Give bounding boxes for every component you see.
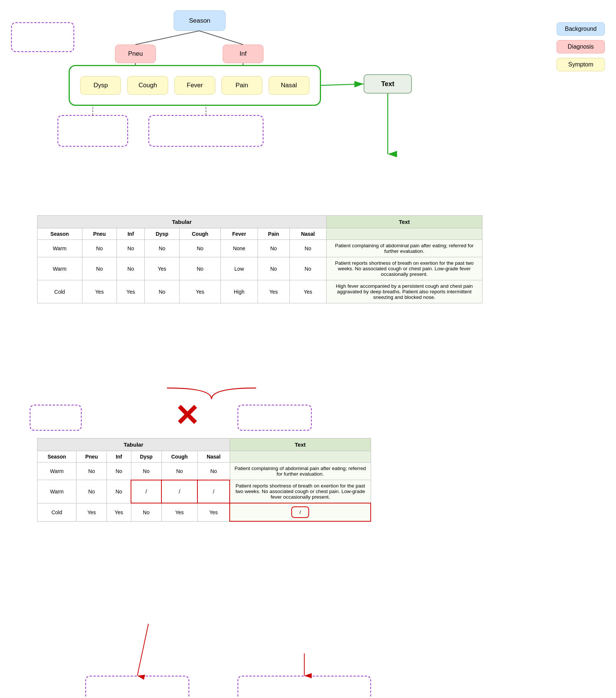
table2-tabular-header: Tabular: [37, 438, 230, 451]
cell-nasal: No: [197, 463, 230, 480]
cell-dysp: No: [131, 463, 161, 480]
table-section-2: Tabular Text Season Pneu Inf Dysp Cough …: [37, 438, 371, 522]
cell-dysp: Yes: [145, 257, 180, 280]
dashed-box-x-right: [237, 405, 312, 431]
table2-subheader: Season Pneu Inf Dysp Cough Nasal: [37, 451, 371, 463]
cell-cough: Yes: [161, 503, 197, 521]
cell-dysp: No: [145, 240, 180, 257]
dashed-box-midcenter: [148, 115, 263, 147]
col-inf: Inf: [117, 228, 145, 240]
table-row: WarmNoNoYesNoLowNoNoPatient reports shor…: [37, 257, 482, 280]
col-nasal: Nasal: [289, 228, 326, 240]
cell-season: Warm: [37, 257, 82, 280]
node-pneu: Pneu: [115, 45, 156, 63]
dashed-box-bottom-left: [85, 676, 189, 698]
node-pain: Pain: [222, 76, 262, 95]
svg-line-0: [135, 31, 199, 45]
cell-text: High fever accompanied by a persistent c…: [327, 280, 482, 303]
cell-inf: No: [117, 240, 145, 257]
cell-nasal: No: [289, 257, 326, 280]
table1-tabular-header: Tabular: [37, 216, 327, 228]
cell-cough: No: [180, 257, 221, 280]
cell-pneu: Yes: [82, 280, 117, 303]
cell-season: Warm: [37, 480, 76, 503]
table-2: Tabular Text Season Pneu Inf Dysp Cough …: [37, 438, 371, 522]
symptoms-group: Dysp Cough Fever Pain Nasal: [69, 65, 321, 106]
cell-pneu: No: [76, 480, 107, 503]
cell-inf: No: [117, 257, 145, 280]
node-inf: Inf: [223, 45, 263, 63]
cell-season: Cold: [37, 280, 82, 303]
node-text-top: Text: [364, 74, 412, 94]
svg-line-4: [321, 84, 364, 85]
table-section-1: Tabular Text Season Pneu Inf Dysp Cough …: [37, 215, 482, 303]
cell-dysp: No: [145, 280, 180, 303]
svg-line-11: [137, 624, 148, 676]
col2-season: Season: [37, 451, 76, 463]
cell-season: Warm: [37, 240, 82, 257]
table-row: ColdYesYesNoYesHighYesYesHigh fever acco…: [37, 280, 482, 303]
dashed-box-bottom-right: [237, 676, 371, 698]
cell-pneu: No: [82, 240, 117, 257]
table2-body: WarmNoNoNoNoNoPatient complaining of abd…: [37, 463, 371, 522]
cell-cough: Yes: [180, 280, 221, 303]
cell-season: Warm: [37, 463, 76, 480]
table-row: WarmNoNo///Patient reports shortness of …: [37, 480, 371, 503]
cell-pain: No: [258, 240, 289, 257]
col2-nasal: Nasal: [197, 451, 230, 463]
node-cough: Cough: [127, 76, 168, 95]
table-1: Tabular Text Season Pneu Inf Dysp Cough …: [37, 215, 482, 303]
cell-cough: No: [180, 240, 221, 257]
table-row: WarmNoNoNoNoNoneNoNoPatient complaining …: [37, 240, 482, 257]
col-dysp: Dysp: [145, 228, 180, 240]
table-row: WarmNoNoNoNoNoPatient complaining of abd…: [37, 463, 371, 480]
cell-nasal: Yes: [197, 503, 230, 521]
col-text: [327, 228, 482, 240]
cell-nasal: No: [289, 240, 326, 257]
col2-inf: Inf: [107, 451, 131, 463]
cell-cough: /: [161, 480, 197, 503]
col-season: Season: [37, 228, 82, 240]
cell-dysp: /: [131, 480, 161, 503]
table2-text-header: Text: [230, 438, 371, 451]
cell-fever: None: [221, 240, 258, 257]
table1-text-header: Text: [327, 216, 482, 228]
cell-pneu: Yes: [76, 503, 107, 521]
table1-header: Tabular Text: [37, 216, 482, 228]
col2-dysp: Dysp: [131, 451, 161, 463]
table-row: ColdYesYesNoYesYes/: [37, 503, 371, 521]
col-fever: Fever: [221, 228, 258, 240]
cell-cough: No: [161, 463, 197, 480]
cell-pain: Yes: [258, 280, 289, 303]
cell-text: /: [230, 503, 371, 521]
node-dysp: Dysp: [80, 76, 121, 95]
cell-text: Patient reports shortness of breath on e…: [327, 257, 482, 280]
cell-inf: Yes: [107, 503, 131, 521]
cell-inf: No: [107, 463, 131, 480]
table1-body: WarmNoNoNoNoNoneNoNoPatient complaining …: [37, 240, 482, 303]
node-season: Season: [174, 10, 226, 31]
node-fever: Fever: [174, 76, 215, 95]
col-pain: Pain: [258, 228, 289, 240]
cell-pain: No: [258, 257, 289, 280]
cell-text: Patient complaining of abdominal pain af…: [327, 240, 482, 257]
cell-nasal: /: [197, 480, 230, 503]
dashed-box-topleft: [11, 22, 74, 52]
cell-nasal: Yes: [289, 280, 326, 303]
col2-cough: Cough: [161, 451, 197, 463]
dashed-box-x-left: [30, 405, 82, 431]
col-pneu: Pneu: [82, 228, 117, 240]
cell-dysp: No: [131, 503, 161, 521]
col2-pneu: Pneu: [76, 451, 107, 463]
cell-pneu: No: [82, 257, 117, 280]
cell-text: Patient complaining of abdominal pain af…: [230, 463, 371, 480]
cell-inf: No: [107, 480, 131, 503]
cell-fever: High: [221, 280, 258, 303]
cell-fever: Low: [221, 257, 258, 280]
cell-text: Patient reports shortness of breath on e…: [230, 480, 371, 503]
diagram-area: Season Pneu Inf Dysp Cough Fever Pain Na…: [0, 0, 616, 208]
svg-line-1: [199, 31, 243, 45]
table2-header: Tabular Text: [37, 438, 371, 451]
red-x-symbol: ✕: [174, 401, 199, 431]
node-nasal: Nasal: [269, 76, 309, 95]
